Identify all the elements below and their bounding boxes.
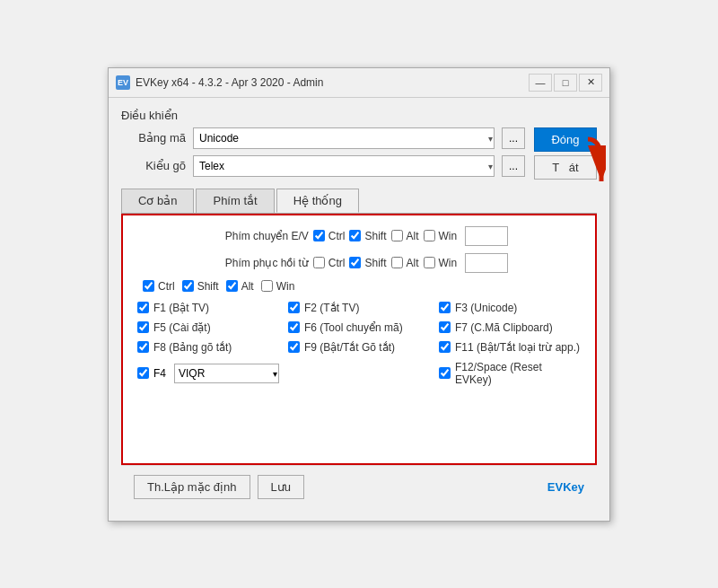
phim-chuyen-shift-group: Shift xyxy=(349,230,386,242)
header-buttons: Đóng T át xyxy=(534,127,597,180)
tabs-row: Cơ bản Phím tắt Hệ thống xyxy=(121,189,597,214)
modifier-row: Ctrl Shift Alt Win xyxy=(134,280,584,293)
fkey-f11: F11 (Bật/Tắt loại trừ app.) xyxy=(439,341,581,354)
f4-select[interactable]: VIQR VNI VIQR* Telex xyxy=(174,364,279,383)
phim-chuyen-ctrl-checkbox[interactable] xyxy=(313,230,325,241)
fkey-f8: F8 (Bảng gõ tắt) xyxy=(137,341,279,354)
phim-phuc-ctrl-label: Ctrl xyxy=(328,257,346,269)
header-controls: Bảng mã Unicode ▾ ... Kiểu gõ Telex xyxy=(121,127,525,180)
bang-ma-combo-wrapper: Unicode ▾ xyxy=(193,127,495,149)
fkey-f7: F7 (C.Mã Clipboard) xyxy=(439,321,581,334)
fkey-f5: F5 (Cài đặt) xyxy=(137,321,279,334)
mod-win-label: Win xyxy=(276,280,295,293)
header-area: Bảng mã Unicode ▾ ... Kiểu gõ Telex xyxy=(121,127,597,180)
bottom-left-buttons: Th.Lập mặc định Lưu xyxy=(134,475,304,499)
app-icon: EV xyxy=(116,75,130,90)
titlebar-left: EV EVKey x64 - 4.3.2 - Apr 3 2020 - Admi… xyxy=(116,75,323,90)
phim-phuc-shift-label: Shift xyxy=(364,257,386,269)
he-thong-content: Phím chuyển E/V Ctrl Shift Alt Win xyxy=(121,214,597,465)
tabs-area: Cơ bản Phím tắt Hệ thống xyxy=(121,189,597,214)
fkey-f12: F12/Space (Reset EVKey) xyxy=(439,361,581,386)
kieu-go-select[interactable]: Telex xyxy=(193,155,495,177)
phim-phuc-ctrl-checkbox[interactable] xyxy=(313,257,325,268)
fkey-f7-checkbox[interactable] xyxy=(439,321,451,333)
thoat-label: T át xyxy=(552,161,578,174)
phim-phuc-key-input[interactable] xyxy=(465,253,508,273)
mod-ctrl-label: Ctrl xyxy=(158,280,175,293)
phim-phuc-win-group: Win xyxy=(424,257,458,269)
mod-win-group: Win xyxy=(261,280,295,293)
fkey-f4-label: F4 xyxy=(153,367,170,380)
fkey-f11-label: F11 (Bật/Tắt loại trừ app.) xyxy=(455,341,580,354)
phim-chuyen-shift-label: Shift xyxy=(364,230,386,242)
kieu-go-dots-button[interactable]: ... xyxy=(502,155,525,177)
phim-phuc-hoi-row: Phím phục hồi từ Ctrl Shift Alt Win xyxy=(134,253,584,273)
fkey-f1: F1 (Bật TV) xyxy=(137,302,279,314)
bang-ma-dots-button[interactable]: ... xyxy=(502,127,525,149)
close-button[interactable]: ✕ xyxy=(579,74,602,92)
bottom-bar: Th.Lập mặc định Lưu EVKey xyxy=(121,465,597,510)
fkey-f5-label: F5 (Cài đặt) xyxy=(153,321,211,334)
empty-col xyxy=(288,361,430,386)
bang-ma-label: Bảng mã xyxy=(121,131,186,145)
fkey-f6-label: F6 (Tool chuyển mã) xyxy=(304,321,403,334)
fkey-f1-label: F1 (Bật TV) xyxy=(153,302,209,314)
phim-phuc-ctrl-group: Ctrl xyxy=(313,257,346,269)
phim-chuyen-alt-label: Alt xyxy=(407,230,419,242)
fkey-f11-checkbox[interactable] xyxy=(439,341,451,353)
fkey-f3-checkbox[interactable] xyxy=(439,302,451,313)
thoat-button[interactable]: T át xyxy=(534,155,597,180)
dong-button[interactable]: Đóng xyxy=(534,127,597,152)
save-button[interactable]: Lưu xyxy=(258,475,304,499)
fkey-f12-label: F12/Space (Reset EVKey) xyxy=(455,361,581,386)
kieu-go-row: Kiểu gõ Telex ▾ ... xyxy=(121,155,525,177)
fkey-f4-checkbox[interactable] xyxy=(137,367,149,379)
fkey-f4: F4 VIQR VNI VIQR* Telex ▾ xyxy=(137,361,279,386)
titlebar-controls: — □ ✕ xyxy=(529,74,602,92)
fkey-f9-label: F9 (Bật/Tắt Gõ tắt) xyxy=(304,341,395,354)
fkey-f8-checkbox[interactable] xyxy=(137,341,149,353)
phim-phuc-shift-checkbox[interactable] xyxy=(349,257,361,268)
phim-chuyen-win-checkbox[interactable] xyxy=(424,230,435,241)
phim-chuyen-shift-checkbox[interactable] xyxy=(349,230,361,241)
phim-phuc-shift-group: Shift xyxy=(349,257,386,269)
bang-ma-select[interactable]: Unicode xyxy=(193,127,495,149)
main-content: Điều khiển Bảng mã Unicode ▾ ... xyxy=(109,98,609,521)
fkey-f1-checkbox[interactable] xyxy=(137,302,149,313)
phim-phuc-hoi-label: Phím phục hồi từ xyxy=(210,257,309,269)
fkey-f6: F6 (Tool chuyển mã) xyxy=(288,321,430,334)
phim-phuc-win-label: Win xyxy=(439,257,458,269)
window-title: EVKey x64 - 4.3.2 - Apr 3 2020 - Admin xyxy=(136,76,323,89)
fkey-f7-label: F7 (C.Mã Clipboard) xyxy=(455,321,553,334)
fkey-f2-label: F2 (Tắt TV) xyxy=(304,302,359,314)
maximize-button[interactable]: □ xyxy=(554,74,577,92)
titlebar: EV EVKey x64 - 4.3.2 - Apr 3 2020 - Admi… xyxy=(109,68,609,98)
mod-shift-checkbox[interactable] xyxy=(182,280,194,292)
fkey-f12-checkbox[interactable] xyxy=(439,367,451,379)
mod-ctrl-checkbox[interactable] xyxy=(143,280,154,292)
phim-chuyen-key-input[interactable] xyxy=(465,226,508,246)
tab-he-thong[interactable]: Hệ thống xyxy=(276,189,359,213)
dieu-khien-label: Điều khiển xyxy=(121,109,178,122)
phim-phuc-alt-checkbox[interactable] xyxy=(391,257,403,268)
phim-chuyen-win-group: Win xyxy=(424,230,458,242)
mod-shift-group: Shift xyxy=(182,280,219,293)
phim-phuc-win-checkbox[interactable] xyxy=(424,257,435,268)
fkey-f3-label: F3 (Unicode) xyxy=(455,302,517,314)
fkey-f6-checkbox[interactable] xyxy=(288,321,300,333)
phim-chuyen-label: Phím chuyển E/V xyxy=(210,230,309,242)
phim-chuyen-row: Phím chuyển E/V Ctrl Shift Alt Win xyxy=(134,226,584,246)
tab-phim-tat[interactable]: Phím tắt xyxy=(196,189,274,213)
reset-button[interactable]: Th.Lập mặc định xyxy=(134,475,250,499)
fkey-f9-checkbox[interactable] xyxy=(288,341,300,353)
mod-alt-checkbox[interactable] xyxy=(226,280,238,292)
phim-chuyen-alt-checkbox[interactable] xyxy=(391,230,403,241)
fkey-f5-checkbox[interactable] xyxy=(137,321,149,333)
evkey-link[interactable]: EVKey xyxy=(547,480,584,494)
minimize-button[interactable]: — xyxy=(529,74,552,92)
mod-win-checkbox[interactable] xyxy=(261,280,273,292)
fkey-f2-checkbox[interactable] xyxy=(288,302,300,313)
kieu-go-combo-wrapper: Telex ▾ xyxy=(193,155,495,177)
mod-ctrl-group: Ctrl xyxy=(143,280,175,293)
tab-co-ban[interactable]: Cơ bản xyxy=(121,189,194,213)
